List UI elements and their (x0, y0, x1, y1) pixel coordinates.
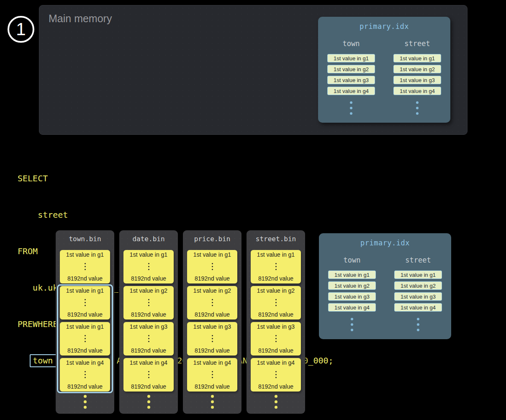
granule-last-value: 8192nd value (131, 275, 166, 282)
index-cell: 1st value in g1 (328, 271, 376, 279)
main-memory-label: Main memory (49, 13, 112, 25)
index-column-header: town (344, 256, 361, 264)
granule-first-value: 1st value in g2 (257, 287, 295, 294)
bin-title: date.bin (119, 230, 178, 243)
granule-first-value: 1st value in g2 (130, 287, 167, 294)
primary-index-columns: town 1st value in g1 1st value in g2 1st… (318, 39, 450, 115)
granule-cell: 1st value in g1 8192nd value (251, 250, 301, 283)
ellipsis-dots-icon (417, 318, 419, 331)
granule-ellipsis-icon (85, 299, 86, 306)
granule-cell: 1st value in g2 8192nd value (123, 286, 174, 320)
index-cell: 1st value in g1 (393, 54, 441, 62)
index-cell: 1st value in g3 (393, 76, 441, 84)
index-cell: 1st value in g2 (393, 65, 441, 73)
granule-first-value: 1st value in g4 (130, 359, 167, 366)
granule-stack: 1st value in g1 8192nd value 1st value i… (123, 250, 174, 392)
granule-last-value: 8192nd value (195, 347, 230, 354)
granule-cell: 1st value in g4 8192nd value (123, 358, 174, 392)
granule-cell: 1st value in g1 8192nd value (60, 286, 110, 320)
ellipsis-dots-icon (416, 101, 419, 115)
granule-ellipsis-icon (148, 299, 149, 306)
granule-ellipsis-icon (275, 371, 277, 378)
index-cell: 1st value in g4 (327, 87, 375, 95)
granule-cell: 1st value in g1 8192nd value (187, 250, 237, 283)
bin-title: price.bin (183, 230, 241, 243)
granule-first-value: 1st value in g1 (66, 323, 104, 330)
granule-cell: 1st value in g1 8192nd value (60, 322, 110, 356)
granule-cell: 1st value in g4 8192nd value (251, 358, 301, 392)
primary-index-panel-memory: primary.idx town 1st value in g1 1st val… (318, 17, 450, 123)
index-cell: 1st value in g1 (327, 54, 375, 62)
granule-stack: 1st value in g1 8192nd value 1st value i… (187, 250, 237, 392)
primary-index-title: primary.idx (318, 17, 450, 31)
index-cell: 1st value in g3 (327, 76, 375, 84)
granule-first-value: 1st value in g3 (193, 323, 231, 330)
granule-ellipsis-icon (148, 371, 149, 378)
granule-stack: 1st value in g1 8192nd value 1st value i… (251, 250, 301, 392)
granule-ellipsis-icon (275, 335, 277, 342)
index-cell: 1st value in g2 (327, 65, 375, 73)
bin-file-date: date.bin 1st value in g1 8192nd value 1s… (119, 230, 178, 414)
granule-last-value: 8192nd value (258, 347, 293, 354)
granule-last-value: 8192nd value (195, 311, 230, 318)
index-cell: 1st value in g4 (393, 87, 441, 95)
granule-ellipsis-icon (212, 299, 213, 306)
granule-last-value: 8192nd value (67, 275, 103, 282)
granule-first-value: 1st value in g1 (193, 251, 231, 258)
index-cell: 1st value in g4 (328, 303, 376, 312)
ellipsis-dots-icon (351, 318, 353, 331)
granule-cell: 1st value in g4 8192nd value (187, 358, 237, 392)
step-number-badge: 1 (8, 16, 34, 43)
granule-ellipsis-icon (275, 263, 277, 270)
granule-first-value: 1st value in g3 (130, 323, 167, 330)
granule-last-value: 8192nd value (131, 311, 166, 318)
granule-last-value: 8192nd value (195, 383, 230, 390)
granule-cell: 1st value in g1 8192nd value (123, 250, 174, 283)
bin-ellipsis-dots-icon (247, 395, 305, 409)
granule-first-value: 1st value in g1 (130, 251, 167, 258)
granule-last-value: 8192nd value (67, 383, 103, 390)
bin-title: street.bin (247, 230, 305, 243)
index-column-street: street 1st value in g1 1st value in g2 1… (384, 39, 450, 115)
granule-first-value: 1st value in g4 (257, 359, 295, 366)
sql-line: street (18, 209, 334, 221)
step-number: 1 (16, 19, 26, 39)
granule-ellipsis-icon (212, 263, 213, 270)
primary-index-columns: town 1st value in g1 1st value in g2 1st… (319, 256, 451, 331)
index-cell: 1st value in g3 (394, 292, 442, 301)
granule-last-value: 8192nd value (131, 347, 166, 354)
ellipsis-dots-icon (350, 101, 352, 115)
granule-first-value: 1st value in g4 (66, 359, 104, 366)
index-column-street: street 1st value in g1 1st value in g2 1… (385, 256, 451, 331)
granule-ellipsis-icon (85, 263, 86, 270)
index-cell: 1st value in g4 (394, 303, 442, 312)
bin-file-town: town.bin 1st value in g1 8192nd value 1s… (56, 230, 114, 414)
granule-first-value: 1st value in g1 (66, 287, 104, 294)
granule-ellipsis-icon (275, 299, 277, 306)
granule-cell: 1st value in g3 8192nd value (251, 322, 301, 356)
index-cell: 1st value in g2 (328, 281, 376, 290)
granule-last-value: 8192nd value (258, 311, 293, 318)
granule-cell: 1st value in g1 8192nd value (60, 250, 110, 283)
bin-ellipsis-dots-icon (119, 395, 178, 409)
granule-ellipsis-icon (148, 335, 149, 342)
granule-first-value: 1st value in g2 (193, 287, 231, 294)
granule-ellipsis-icon (212, 371, 213, 378)
bin-title: town.bin (56, 230, 114, 243)
granule-cell: 1st value in g2 8192nd value (251, 286, 301, 320)
bin-file-price: price.bin 1st value in g1 8192nd value 1… (183, 230, 241, 414)
sql-line: SELECT (18, 173, 334, 185)
index-column-town: town 1st value in g1 1st value in g2 1st… (318, 39, 384, 115)
granule-ellipsis-icon (85, 371, 86, 378)
bin-ellipsis-dots-icon (183, 395, 241, 409)
index-cell: 1st value in g3 (328, 292, 376, 301)
primary-index-title: primary.idx (319, 233, 451, 247)
index-column-header: street (404, 39, 430, 48)
granule-ellipsis-icon (148, 263, 149, 270)
granule-first-value: 1st value in g1 (66, 251, 104, 258)
index-column-header: town (343, 39, 360, 48)
granule-last-value: 8192nd value (67, 311, 103, 318)
diagram-canvas: 1 Main memory primary.idx town 1st value… (0, 0, 506, 420)
granule-last-value: 8192nd value (195, 275, 230, 282)
bin-file-street: street.bin 1st value in g1 8192nd value … (247, 230, 305, 414)
